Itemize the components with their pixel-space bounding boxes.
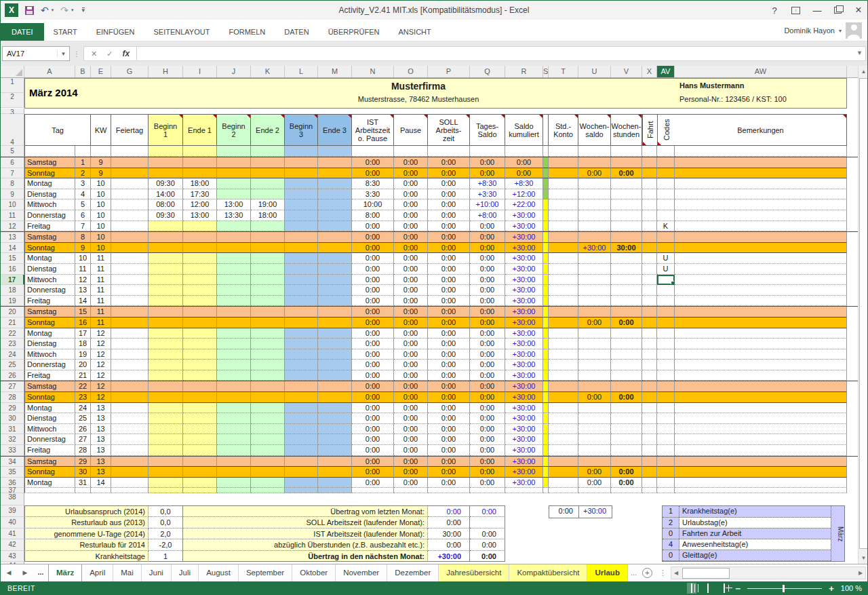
row-header-16[interactable]: 16 <box>1 264 24 275</box>
cell[interactable]: 0:00 <box>470 478 505 488</box>
cell[interactable]: 26 <box>75 424 91 435</box>
cell[interactable] <box>543 210 549 221</box>
summary-value-1[interactable]: 0:00 <box>428 539 470 551</box>
cell[interactable] <box>675 413 847 424</box>
cell[interactable] <box>217 370 251 381</box>
cell[interactable]: 0:00 <box>470 264 505 275</box>
cell[interactable] <box>318 478 352 488</box>
cell[interactable] <box>318 275 352 286</box>
cell[interactable] <box>149 307 183 318</box>
cell[interactable] <box>318 232 352 243</box>
cell[interactable]: 12 <box>91 392 111 403</box>
cell[interactable] <box>149 296 183 307</box>
cell[interactable] <box>111 360 149 370</box>
header-e1[interactable]: Ende 1 <box>183 114 217 146</box>
cell[interactable]: Mittwoch <box>24 199 75 210</box>
cell[interactable] <box>657 403 675 414</box>
cell[interactable] <box>470 488 505 493</box>
cell[interactable] <box>285 360 318 370</box>
cancel-icon[interactable]: ✕ <box>91 50 97 58</box>
cell[interactable] <box>149 434 183 445</box>
cell[interactable]: 13:00 <box>217 199 251 210</box>
row-header-19[interactable]: 19 <box>1 296 24 307</box>
cell[interactable]: 0:00 <box>394 370 428 381</box>
cell[interactable] <box>642 434 657 445</box>
cell[interactable] <box>549 457 578 467</box>
cell[interactable]: 13 <box>91 467 111 478</box>
cell[interactable] <box>543 445 549 456</box>
cell[interactable]: 0:00 <box>394 424 428 435</box>
cell[interactable] <box>183 413 217 424</box>
cell[interactable]: 0:00 <box>394 457 428 467</box>
cell[interactable]: 0:00 <box>470 168 505 179</box>
cell[interactable]: +12:00 <box>505 189 543 200</box>
cell[interactable] <box>578 339 611 349</box>
cell[interactable] <box>149 349 183 360</box>
cell[interactable]: 31 <box>75 478 91 488</box>
cell[interactable]: 0:00 <box>394 210 428 221</box>
cell[interactable] <box>675 318 847 328</box>
cell[interactable] <box>217 339 251 349</box>
cell[interactable]: 13 <box>91 445 111 456</box>
cell[interactable] <box>657 467 675 478</box>
cell[interactable] <box>675 457 847 467</box>
cell[interactable] <box>611 307 642 318</box>
cell[interactable] <box>675 488 847 493</box>
cell[interactable] <box>642 349 657 360</box>
cell[interactable] <box>318 157 352 168</box>
cell[interactable] <box>285 253 318 264</box>
cell[interactable] <box>285 221 318 232</box>
cell[interactable]: 0:00 <box>428 296 470 307</box>
cell[interactable]: 0:00 <box>578 392 611 403</box>
cell[interactable]: +30:00 <box>505 328 543 339</box>
column-header-V[interactable]: V <box>611 66 642 77</box>
cell[interactable] <box>183 478 217 488</box>
cell[interactable] <box>549 392 578 403</box>
cell[interactable] <box>217 275 251 286</box>
horizontal-scrollbar[interactable]: ◀ ▶ <box>671 567 866 579</box>
cell[interactable] <box>149 457 183 467</box>
cell[interactable] <box>111 264 149 275</box>
column-header-S[interactable]: S <box>543 66 549 77</box>
cell[interactable] <box>611 178 642 189</box>
cell[interactable] <box>657 478 675 488</box>
row-header-26[interactable]: 26 <box>1 370 24 381</box>
cell[interactable] <box>251 307 285 318</box>
cell[interactable] <box>549 413 578 424</box>
column-header-A[interactable]: A <box>24 66 75 77</box>
cell[interactable] <box>549 360 578 370</box>
cell[interactable] <box>611 275 642 286</box>
cell[interactable] <box>543 349 549 360</box>
cell[interactable] <box>642 168 657 179</box>
cell[interactable] <box>657 168 675 179</box>
cell[interactable] <box>549 403 578 414</box>
cell[interactable] <box>149 467 183 478</box>
cell[interactable]: 0:00 <box>470 349 505 360</box>
sheet-tab-märz[interactable]: März <box>48 564 82 581</box>
header-b3[interactable]: Beginn 3 <box>285 114 318 146</box>
cell[interactable] <box>543 264 549 275</box>
cell[interactable]: 0:00 <box>394 328 428 339</box>
cell[interactable] <box>285 381 318 392</box>
row-header-22[interactable]: 22 <box>1 328 24 339</box>
cell[interactable] <box>149 285 183 296</box>
cell[interactable] <box>611 403 642 414</box>
cell[interactable]: 09:30 <box>149 210 183 221</box>
cell[interactable] <box>183 318 217 328</box>
cell[interactable]: 0:00 <box>470 307 505 318</box>
header-ts[interactable]: Tages- Saldo <box>470 114 505 146</box>
cell[interactable]: 0:00 <box>394 445 428 456</box>
cell[interactable] <box>675 243 847 254</box>
cell[interactable] <box>611 370 642 381</box>
row-header-24[interactable]: 24 <box>1 349 24 360</box>
cell[interactable] <box>611 264 642 275</box>
cell[interactable] <box>24 488 75 493</box>
header-b1[interactable]: Beginn 1 <box>149 114 183 146</box>
cell[interactable]: 0:00 <box>352 264 394 275</box>
column-header-U[interactable]: U <box>578 66 611 77</box>
cell[interactable]: Donnerstag <box>24 285 75 296</box>
cell[interactable] <box>111 178 149 189</box>
cell[interactable] <box>217 403 251 414</box>
cell[interactable]: 0:00 <box>352 296 394 307</box>
cell[interactable]: 10 <box>91 232 111 243</box>
